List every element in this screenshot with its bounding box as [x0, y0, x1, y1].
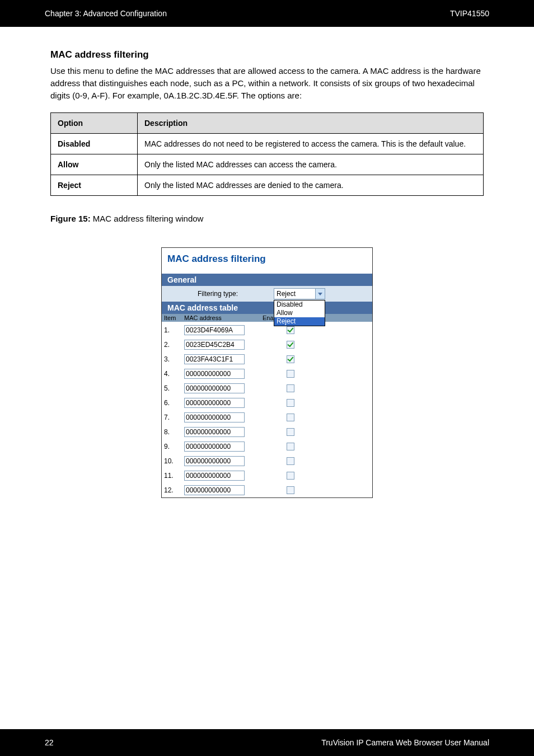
mac-address-input[interactable]	[184, 325, 245, 335]
mac-row: 2.	[164, 337, 370, 352]
mac-row-index: 10.	[164, 457, 184, 465]
filter-option[interactable]: Reject	[274, 317, 325, 326]
mac-row-index: 12.	[164, 486, 184, 494]
filter-type-selected: Reject	[277, 290, 296, 298]
enable-checkbox[interactable]	[287, 443, 294, 450]
header-right: TVIP41550	[450, 9, 489, 18]
mac-row-index: 4.	[164, 370, 184, 378]
mac-row-index: 6.	[164, 399, 184, 407]
options-table: Option Description DisabledMAC addresses…	[50, 112, 484, 196]
mac-table-body: 1.2.3.4.5.6.7.8.9.10.11.12.	[162, 322, 372, 497]
mac-address-input[interactable]	[184, 383, 245, 393]
mac-address-input[interactable]	[184, 456, 245, 466]
enable-checkbox[interactable]	[287, 370, 294, 378]
enable-checkbox[interactable]	[287, 486, 294, 494]
mac-row-index: 7.	[164, 414, 184, 421]
filter-type-label: Filtering type:	[162, 290, 274, 298]
mac-address-input[interactable]	[184, 471, 245, 481]
page-header: Chapter 3: Advanced Configuration TVIP41…	[0, 0, 534, 27]
mac-row: 4.	[164, 367, 370, 381]
mac-address-input[interactable]	[184, 442, 245, 452]
mac-row-index: 11.	[164, 472, 184, 480]
footer-right: TruVision IP Camera Web Browser User Man…	[321, 738, 489, 747]
mac-row: 12.	[164, 483, 370, 497]
enable-checkbox[interactable]	[287, 428, 294, 436]
mac-row-index: 2.	[164, 341, 184, 349]
mac-address-input[interactable]	[184, 340, 245, 350]
mac-address-input[interactable]	[184, 369, 245, 379]
option-desc: Only the listed MAC addresses are denied…	[138, 175, 484, 196]
enable-checkbox[interactable]	[287, 457, 294, 465]
mac-panel-title: MAC address filtering	[162, 248, 372, 274]
figure-caption: Figure 15: MAC address filtering window	[50, 213, 484, 225]
table-row: DisabledMAC addresses do not need to be …	[51, 134, 484, 154]
col-item: Item	[164, 314, 184, 321]
figure-caption-text: MAC address filtering window	[93, 214, 204, 223]
mac-row: 5.	[164, 381, 370, 396]
option-desc: MAC addresses do not need to be register…	[138, 134, 484, 154]
mac-address-input[interactable]	[184, 485, 245, 495]
filter-type-row: Filtering type: Reject DisabledAllowReje…	[162, 286, 372, 302]
option-name: Allow	[51, 154, 138, 175]
mac-row: 8.	[164, 425, 370, 439]
mac-row-index: 3.	[164, 355, 184, 363]
col-mac: MAC address	[184, 314, 263, 321]
mac-row-index: 1.	[164, 326, 184, 334]
mac-row: 11.	[164, 468, 370, 483]
filter-type-dropdown[interactable]: DisabledAllowReject	[274, 300, 325, 326]
filter-option[interactable]: Allow	[274, 309, 325, 317]
general-band: General	[162, 274, 372, 286]
enable-checkbox[interactable]	[287, 355, 294, 363]
mac-table-band: MAC address table	[162, 302, 372, 314]
mac-row-index: 5.	[164, 384, 184, 392]
mac-address-input[interactable]	[184, 398, 245, 408]
mac-row: 1.	[164, 323, 370, 337]
section-intro: Use this menu to define the MAC addresse…	[50, 65, 484, 101]
option-name: Disabled	[51, 134, 138, 154]
option-name: Reject	[51, 175, 138, 196]
mac-row: 3.	[164, 352, 370, 367]
mac-row: 7.	[164, 410, 370, 425]
header-left: Chapter 3: Advanced Configuration	[45, 9, 167, 18]
options-header-description: Description	[138, 113, 484, 134]
footer-left: 22	[45, 738, 54, 747]
chevron-down-icon	[315, 289, 325, 299]
mac-address-input[interactable]	[184, 427, 245, 437]
mac-row-index: 9.	[164, 443, 184, 450]
enable-checkbox[interactable]	[287, 399, 294, 407]
figure-caption-prefix: Figure 15:	[50, 214, 91, 223]
filter-type-select[interactable]: Reject DisabledAllowReject	[274, 288, 325, 299]
mac-row: 10.	[164, 454, 370, 468]
section-title: MAC address filtering	[50, 49, 484, 60]
enable-checkbox[interactable]	[287, 384, 294, 392]
mac-table-header: Item MAC address Enable	[162, 314, 372, 322]
enable-checkbox[interactable]	[287, 414, 294, 421]
mac-row: 6.	[164, 396, 370, 410]
option-desc: Only the listed MAC addresses can access…	[138, 154, 484, 175]
table-row: AllowOnly the listed MAC addresses can a…	[51, 154, 484, 175]
mac-row: 9.	[164, 439, 370, 454]
options-header-option: Option	[51, 113, 138, 134]
mac-address-input[interactable]	[184, 412, 245, 422]
filter-option[interactable]: Disabled	[274, 300, 325, 309]
enable-checkbox[interactable]	[287, 326, 294, 334]
mac-filter-panel: MAC address filtering General Filtering …	[161, 247, 373, 498]
enable-checkbox[interactable]	[287, 472, 294, 480]
mac-address-input[interactable]	[184, 354, 245, 364]
table-row: RejectOnly the listed MAC addresses are …	[51, 175, 484, 196]
mac-row-index: 8.	[164, 428, 184, 436]
enable-checkbox[interactable]	[287, 341, 294, 349]
page-footer: 22 TruVision IP Camera Web Browser User …	[0, 729, 534, 756]
